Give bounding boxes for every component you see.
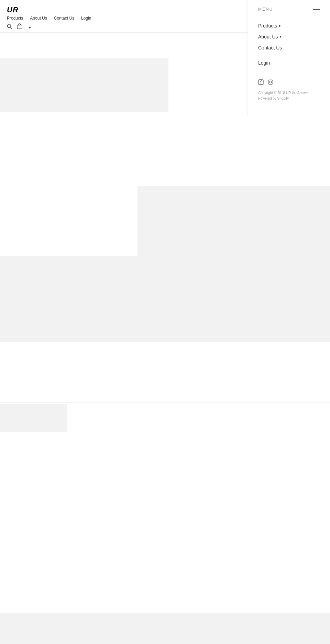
nav-icons: ►: [7, 23, 32, 31]
menu-login-link[interactable]: Login: [258, 60, 270, 66]
logo-text: UR: [7, 5, 19, 14]
menu-panel: MENU Products ► About Us ► Contact Us Lo…: [248, 0, 330, 117]
full-divider-1: [0, 402, 330, 403]
menu-item-products[interactable]: Products ►: [258, 20, 320, 31]
spacer-2: [0, 432, 330, 463]
svg-line-1: [11, 27, 12, 29]
spacer-1: [0, 342, 330, 402]
menu-products-label: Products: [258, 23, 277, 29]
nav-contact[interactable]: Contact Us: [54, 16, 74, 21]
cart-icon[interactable]: [16, 23, 23, 31]
menu-panel-header: MENU: [258, 7, 320, 12]
facebook-icon[interactable]: [258, 79, 264, 86]
menu-contact-label: Contact Us: [258, 45, 282, 50]
instagram-icon[interactable]: [268, 79, 273, 86]
header: UR Products About Us Contact Us Login: [0, 0, 330, 33]
nav-products[interactable]: Products: [7, 16, 23, 21]
about-arrow-icon: ►: [279, 35, 283, 38]
svg-point-5: [270, 81, 272, 83]
thumbnail-image: [0, 404, 67, 432]
section-left-1: [0, 186, 138, 256]
hero-image-placeholder: [0, 58, 168, 112]
nav-login[interactable]: Login: [81, 16, 91, 21]
menu-label: MENU: [258, 7, 273, 12]
footer: [0, 613, 330, 644]
menu-item-contact[interactable]: Contact Us: [258, 42, 320, 53]
close-icon[interactable]: [313, 9, 320, 10]
powered-by-text: Powered by Shopify: [258, 96, 320, 101]
svg-point-0: [8, 24, 11, 28]
gray-strip: [0, 256, 330, 267]
page-wrapper: UR Products About Us Contact Us Login: [0, 0, 330, 463]
main-content: [0, 58, 330, 463]
section-divider-1: [0, 112, 168, 112]
large-image-placeholder: [0, 267, 330, 342]
menu-panel-login: Login: [258, 60, 320, 66]
nav-links: Products About Us Contact Us Login: [7, 16, 91, 21]
svg-rect-2: [17, 25, 22, 29]
menu-item-about[interactable]: About Us ►: [258, 31, 320, 42]
menu-copyright: Copyright © 2018 UR the Answer Powered b…: [258, 90, 320, 101]
products-arrow-icon: ►: [278, 24, 282, 27]
section-row-1: [0, 186, 330, 256]
logo-area: UR Products About Us Contact Us Login: [7, 3, 91, 31]
copyright-text: Copyright © 2018 UR the Answer: [258, 90, 320, 96]
menu-panel-nav: Products ► About Us ► Contact Us: [258, 20, 320, 53]
search-icon[interactable]: [7, 24, 12, 31]
thumbnail-section: [0, 404, 330, 432]
nav-about[interactable]: About Us: [30, 16, 47, 21]
svg-rect-4: [268, 80, 273, 84]
thumbnail-content: [67, 404, 170, 432]
svg-point-6: [272, 81, 272, 81]
section-right-image: [138, 186, 330, 256]
menu-about-label: About Us: [258, 34, 278, 39]
expand-icon[interactable]: ►: [28, 25, 32, 29]
logo[interactable]: UR: [7, 6, 19, 14]
menu-social: [258, 79, 320, 86]
